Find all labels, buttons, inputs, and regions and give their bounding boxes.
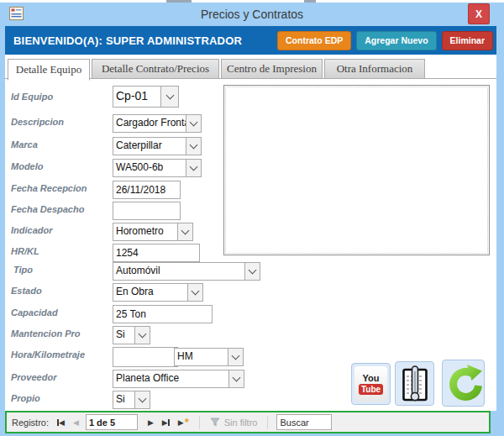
modelo-label: Modelo bbox=[11, 161, 44, 171]
youtube-button[interactable]: You Tube bbox=[351, 363, 391, 405]
navbar-divider bbox=[267, 416, 268, 429]
chevron-down-icon[interactable] bbox=[186, 115, 201, 132]
tab-centro-de-impresion[interactable]: Centro de Impresion bbox=[221, 59, 323, 79]
chevron-down-icon[interactable] bbox=[177, 223, 192, 240]
capacidad-input[interactable] bbox=[113, 305, 213, 323]
mantencion-pro-value: Si bbox=[113, 327, 134, 344]
header-button-group: Contrato EDP Agregar Nuevo Eliminar bbox=[277, 31, 493, 50]
equipment-photo-frame bbox=[223, 85, 490, 255]
tab-detalle-contrato-precios[interactable]: Detalle Contrato/Precios bbox=[92, 59, 219, 79]
estado-combobox[interactable]: En Obra bbox=[113, 283, 203, 302]
tab-detalle-equipo[interactable]: Detalle Equipo bbox=[8, 59, 90, 81]
record-navigation-bar: Registro: ◀ ◀ ▶ ▶ ▶* Sin filtro bbox=[5, 411, 491, 433]
marca-label: Marca bbox=[11, 139, 38, 150]
fecha-despacho-input[interactable] bbox=[113, 202, 181, 220]
refresh-icon bbox=[445, 364, 482, 403]
hora-kilometraje-label: Hora/Kilometraje bbox=[11, 349, 85, 360]
form-body: Detalle Equipo Detalle Contrato/Precios … bbox=[5, 55, 496, 411]
chevron-down-icon[interactable] bbox=[160, 87, 178, 107]
refresh-button[interactable] bbox=[442, 360, 485, 407]
agregar-nuevo-button[interactable]: Agregar Nuevo bbox=[356, 31, 436, 50]
indicador-combobox[interactable]: Horometro bbox=[113, 223, 193, 241]
estado-value: En Obra bbox=[113, 284, 187, 301]
id-equipo-label: Id Equipo bbox=[11, 92, 53, 102]
chevron-down-icon[interactable] bbox=[228, 370, 244, 387]
capacidad-label: Capacidad bbox=[11, 307, 58, 318]
descripcion-value: Cargador Frontal bbox=[113, 115, 186, 132]
indicador-value: Horometro bbox=[113, 223, 177, 240]
propio-label: Propio bbox=[11, 393, 40, 403]
report-thermometer-icon bbox=[400, 365, 430, 402]
eliminar-button[interactable]: Eliminar bbox=[442, 31, 493, 50]
chevron-down-icon[interactable] bbox=[244, 263, 260, 280]
marca-combobox[interactable]: Caterpillar bbox=[113, 137, 202, 155]
chevron-down-icon[interactable] bbox=[228, 349, 243, 365]
tipo-combobox[interactable]: Automóvil bbox=[113, 262, 260, 281]
propio-value: Si bbox=[113, 391, 134, 408]
chevron-down-icon[interactable] bbox=[186, 160, 201, 176]
chevron-down-icon[interactable] bbox=[134, 391, 150, 408]
navbar-divider bbox=[199, 416, 200, 429]
id-equipo-value: Cp-01 bbox=[113, 87, 160, 107]
new-record-button[interactable]: ▶* bbox=[178, 418, 189, 427]
descripcion-label: Descripcion bbox=[11, 117, 64, 127]
contrato-edp-button[interactable]: Contrato EDP bbox=[277, 31, 351, 50]
mantencion-pro-combobox[interactable]: Si bbox=[113, 326, 150, 344]
estado-label: Estado bbox=[11, 286, 42, 296]
proveedor-label: Proveedor bbox=[11, 372, 56, 382]
hora-kilometraje-input[interactable] bbox=[113, 347, 178, 367]
youtube-icon: You Tube bbox=[354, 366, 387, 402]
descripcion-combobox[interactable]: Cargador Frontal bbox=[113, 114, 202, 133]
fecha-recepcion-label: Fecha Recepcion bbox=[11, 183, 87, 193]
last-record-button[interactable]: ▶ bbox=[162, 418, 170, 427]
access-form-icon bbox=[9, 7, 24, 20]
chevron-down-icon[interactable] bbox=[187, 284, 202, 301]
welcome-text: BIENVENIDO(A): SUPER ADMINISTRADOR bbox=[13, 34, 242, 47]
record-position-input[interactable] bbox=[86, 414, 138, 430]
titlebar: Precios y Contratos X bbox=[0, 3, 504, 26]
unidad-combobox[interactable]: HM bbox=[174, 348, 244, 366]
modelo-combobox[interactable]: WA500-6b bbox=[113, 159, 202, 177]
app-window: Precios y Contratos X BIENVENIDO(A): SUP… bbox=[0, 3, 504, 436]
fecha-recepcion-input[interactable] bbox=[113, 181, 181, 199]
unidad-value: HM bbox=[175, 349, 228, 365]
chevron-down-icon[interactable] bbox=[134, 327, 150, 344]
mantencion-pro-label: Mantencion Pro bbox=[11, 328, 81, 339]
search-input[interactable] bbox=[276, 414, 332, 430]
next-record-button[interactable]: ▶ bbox=[148, 418, 154, 427]
filter-icon bbox=[210, 418, 220, 427]
propio-combobox[interactable]: Si bbox=[113, 391, 150, 409]
fecha-despacho-label: Fecha Despacho bbox=[11, 204, 84, 214]
hr-kl-label: HR/KL bbox=[11, 246, 39, 256]
close-button[interactable]: X bbox=[468, 3, 490, 24]
indicador-label: Indicador bbox=[11, 225, 53, 235]
window-title: Precios y Contratos bbox=[0, 3, 504, 26]
tab-otra-informacion[interactable]: Otra Informacion bbox=[324, 59, 425, 79]
tipo-label: Tipo bbox=[13, 265, 33, 275]
chevron-down-icon[interactable] bbox=[186, 138, 201, 155]
registro-label: Registro: bbox=[12, 418, 49, 428]
tab-strip: Detalle Equipo Detalle Contrato/Precios … bbox=[8, 59, 427, 81]
filter-status: Sin filtro bbox=[224, 418, 258, 428]
previous-record-button[interactable]: ◀ bbox=[73, 418, 79, 427]
proveedor-combobox[interactable]: Planeta Office bbox=[113, 370, 244, 388]
hr-kl-input[interactable] bbox=[113, 244, 200, 262]
marca-value: Caterpillar bbox=[113, 138, 186, 155]
welcome-header: BIENVENIDO(A): SUPER ADMINISTRADOR Contr… bbox=[5, 26, 496, 55]
tipo-value: Automóvil bbox=[113, 263, 244, 280]
report-button[interactable] bbox=[395, 361, 434, 406]
modelo-value: WA500-6b bbox=[113, 160, 186, 176]
id-equipo-combobox[interactable]: Cp-01 bbox=[113, 86, 179, 108]
first-record-button[interactable]: ◀ bbox=[57, 418, 65, 427]
proveedor-value: Planeta Office bbox=[113, 370, 228, 387]
